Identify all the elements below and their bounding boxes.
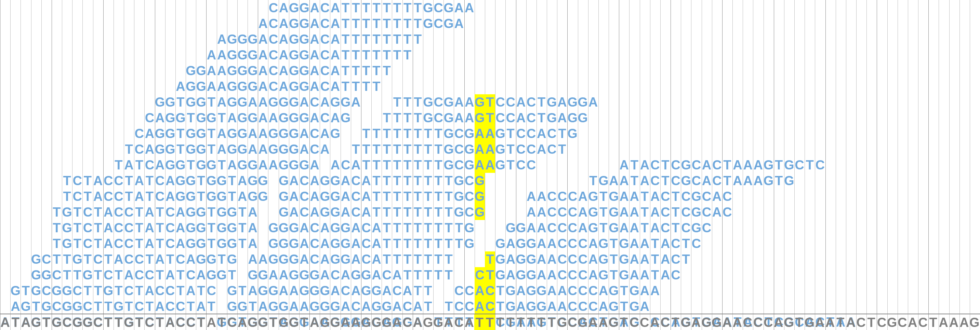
- base-cell: A: [485, 157, 495, 173]
- base-cell: A: [475, 283, 485, 298]
- base-cell: A: [320, 236, 330, 251]
- reference-base: A: [773, 314, 784, 330]
- base-cell: T: [371, 0, 382, 16]
- reference-base: T: [546, 314, 557, 330]
- read: AACCCAGTGAATACTCGCAC: [526, 189, 732, 204]
- base-cell: A: [258, 47, 268, 63]
- base-cell: T: [31, 298, 41, 314]
- base-cell: C: [465, 283, 475, 298]
- base-cell: A: [475, 126, 485, 141]
- base-cell: G: [31, 251, 41, 267]
- base-cell: G: [268, 236, 278, 251]
- read: CAGGACATTTTTTTTGCGAA: [268, 0, 474, 16]
- read: TCTACCTATCAGGTGGTAGG: [62, 173, 268, 189]
- base-cell: G: [206, 189, 216, 204]
- base-cell: A: [361, 204, 371, 220]
- base-cell: G: [495, 141, 505, 157]
- reference-base: G: [330, 314, 340, 330]
- base-cell: T: [206, 126, 216, 141]
- base-cell: C: [691, 157, 701, 173]
- base-cell: T: [206, 141, 216, 157]
- base-cell: T: [175, 267, 186, 283]
- base-cell: C: [144, 267, 154, 283]
- base-cell: A: [732, 157, 743, 173]
- base-cell: T: [124, 173, 134, 189]
- base-cell: A: [217, 47, 227, 63]
- base-cell: T: [52, 204, 62, 220]
- read: GGAACCCAGTGAATACTCGC: [505, 220, 711, 236]
- base-cell: A: [175, 204, 186, 220]
- base-cell: T: [382, 110, 392, 126]
- base-cell: G: [186, 189, 196, 204]
- base-cell: A: [361, 298, 371, 314]
- read: AGTGCGGCTTGTCTACCTAT: [10, 298, 216, 314]
- base-cell: T: [392, 189, 402, 204]
- base-cell: C: [722, 189, 732, 204]
- base-cell: T: [83, 251, 93, 267]
- read: TTTTTTTTGCGAAGTCCACTG: [361, 126, 578, 141]
- base-cell: A: [619, 204, 629, 220]
- base-cell: T: [722, 157, 732, 173]
- base-cell: T: [382, 189, 392, 204]
- base-cell: A: [10, 298, 21, 314]
- base-cell: G: [237, 157, 248, 173]
- reference-base: C: [629, 314, 640, 330]
- base-cell: G: [196, 157, 206, 173]
- base-cell: G: [444, 141, 454, 157]
- base-cell: G: [196, 79, 206, 94]
- base-cell: A: [289, 204, 299, 220]
- base-cell: A: [165, 189, 175, 204]
- read: GACAGGACATTTTTTTTGCG: [279, 173, 485, 189]
- base-cell: A: [258, 110, 268, 126]
- base-cell: T: [413, 141, 423, 157]
- base-cell: G: [505, 298, 515, 314]
- read: AACCCAGTGAATACTCGCAC: [526, 204, 732, 220]
- base-cell: T: [402, 251, 412, 267]
- base-cell: C: [165, 220, 175, 236]
- base-cell: C: [72, 189, 83, 204]
- base-cell: G: [505, 283, 515, 298]
- reference-base: A: [444, 314, 454, 330]
- base-cell: C: [433, 94, 444, 110]
- base-cell: C: [320, 79, 330, 94]
- base-cell: C: [309, 220, 320, 236]
- base-cell: G: [289, 267, 299, 283]
- base-cell: T: [681, 251, 691, 267]
- base-cell: A: [217, 32, 227, 47]
- base-cell: G: [237, 63, 248, 79]
- base-cell: A: [485, 126, 495, 141]
- base-cell: A: [371, 236, 382, 251]
- base-cell: G: [423, 110, 433, 126]
- base-cell: A: [309, 79, 320, 94]
- base-cell: G: [196, 126, 206, 141]
- base-cell: G: [330, 94, 340, 110]
- base-cell: C: [351, 173, 361, 189]
- base-cell: G: [206, 110, 216, 126]
- read: AAGGGACAGGACATTTTTTT: [206, 47, 412, 63]
- base-cell: A: [578, 189, 588, 204]
- read: ATACTCGCACTAAAGTGCTC: [619, 157, 825, 173]
- base-cell: A: [227, 157, 237, 173]
- base-cell: G: [248, 79, 258, 94]
- base-cell: G: [495, 267, 505, 283]
- base-cell: A: [330, 32, 340, 47]
- base-cell: A: [258, 251, 268, 267]
- base-cell: T: [382, 251, 392, 267]
- base-cell: G: [186, 236, 196, 251]
- base-cell: C: [320, 32, 330, 47]
- base-cell: G: [330, 189, 340, 204]
- base-cell: T: [444, 251, 454, 267]
- base-cell: G: [309, 298, 320, 314]
- base-cell: C: [113, 204, 124, 220]
- base-cell: T: [413, 189, 423, 204]
- reference-base: A: [650, 314, 660, 330]
- base-cell: C: [547, 126, 557, 141]
- base-cell: G: [681, 173, 691, 189]
- base-cell: C: [268, 32, 278, 47]
- base-cell: T: [392, 47, 402, 63]
- base-cell: T: [444, 189, 454, 204]
- base-cell: A: [237, 173, 248, 189]
- base-cell: A: [640, 251, 650, 267]
- base-cell: G: [237, 298, 248, 314]
- base-cell: A: [299, 251, 309, 267]
